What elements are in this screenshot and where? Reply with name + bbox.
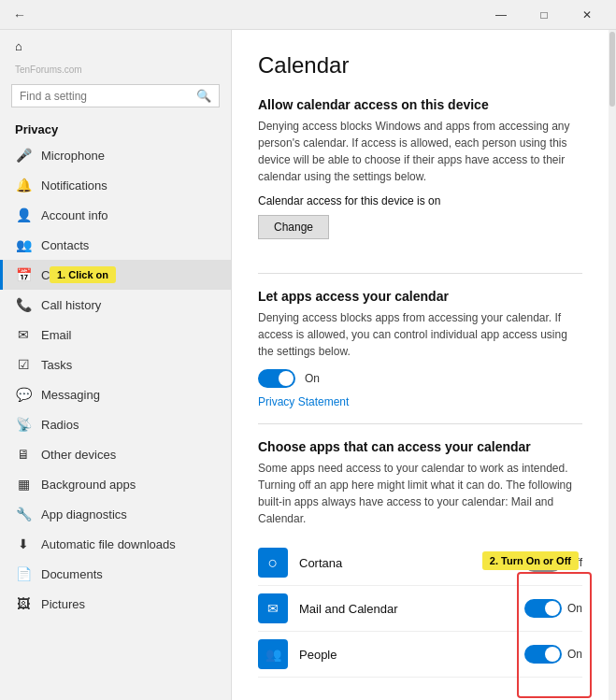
messaging-icon: 💬 [15,387,32,402]
sidebar-item-label: Radios [41,418,79,432]
change-button[interactable]: Change [258,215,329,239]
email-icon: ✉ [15,327,32,342]
scrollbar-thumb[interactable] [609,32,615,107]
sidebar-item-email[interactable]: ✉ Email [0,320,231,350]
people-toggle-knob [545,647,560,662]
app-name-mail-calendar: Mail and Calendar [299,602,524,616]
sidebar-item-label: Other devices [41,448,116,462]
sidebar-item-documents[interactable]: 📄 Documents [0,559,231,589]
people-icon: 👥 [258,639,288,669]
sidebar-item-contacts[interactable]: 👥 Contacts [0,230,231,260]
minimize-button[interactable]: — [480,0,523,30]
mail-toggle-knob [545,601,560,616]
account-info-icon: 👤 [15,207,32,222]
people-toggle-label: On [567,648,582,661]
section2-heading: Let apps access your calendar [258,289,582,304]
section2-toggle[interactable] [258,369,295,388]
cortana-toggle-wrap: Off [524,553,582,572]
other-devices-icon: 🖥 [15,447,32,462]
logo: TenForums.com [0,63,231,80]
sidebar-section-label: Privacy [0,115,231,140]
section1-status: Calendar access for this device is on [258,194,582,207]
sidebar-item-label: Notifications [41,179,107,193]
cortana-icon: ○ [258,548,288,578]
sidebar-item-label: Tasks [41,358,72,372]
sidebar-item-label: Messaging [41,388,100,402]
radios-icon: 📡 [15,417,32,432]
section1-heading: Allow calendar access on this device [258,97,582,112]
app-row-cortana: ○ Cortana Off [258,540,582,586]
section2-toggle-label: On [305,372,320,385]
mail-toggle-label: On [567,602,582,615]
app-name-cortana: Cortana [299,556,524,570]
section1-desc: Denying access blocks Windows and apps f… [258,118,582,185]
people-toggle-wrap: On [524,645,582,664]
sidebar-item-call-history[interactable]: 📞 Call history [0,290,231,320]
sidebar-item-tasks[interactable]: ☑ Tasks [0,350,231,379]
home-button[interactable]: ⌂ [0,30,231,63]
divider-1 [258,273,582,274]
sidebar-item-other-devices[interactable]: 🖥 Other devices [0,439,231,469]
cortana-toggle[interactable] [524,553,562,572]
calendar-icon: 📅 [15,267,32,282]
background-apps-icon: ▦ [15,477,32,492]
app-name-people: People [299,648,524,662]
sidebar-item-messaging[interactable]: 💬 Messaging [0,379,231,409]
notifications-icon: 🔔 [15,178,32,193]
app-container: ⌂ TenForums.com 🔍 Privacy 🎤 Microphone 🔔… [0,30,616,700]
back-button[interactable]: ← [7,6,32,24]
contacts-icon: 👥 [15,237,32,252]
sidebar-item-label: Microphone [41,149,105,163]
sidebar-item-label: Email [41,328,72,342]
search-input[interactable] [20,90,191,103]
sidebar-item-background-apps[interactable]: ▦ Background apps [0,469,231,499]
sidebar-item-pictures[interactable]: 🖼 Pictures [0,589,231,619]
sidebar-item-label: Automatic file downloads [41,537,176,551]
sidebar-item-label: App diagnostics [41,507,127,521]
sidebar-item-radios[interactable]: 📡 Radios [0,409,231,439]
content-area: Calendar Allow calendar access on this d… [232,30,609,700]
app-row-people: 👥 People On [258,632,582,678]
sidebar-item-label: Account info [41,208,108,222]
documents-icon: 📄 [15,566,32,581]
section2-desc: Denying access blocks apps from accessin… [258,309,582,360]
window-controls: — □ ✕ [480,0,609,30]
sidebar-item-notifications[interactable]: 🔔 Notifications [0,170,231,200]
people-toggle[interactable] [524,645,562,664]
sidebar-item-label: Contacts [41,238,89,252]
sidebar-item-calendar[interactable]: 📅 Calendar 1. Click on [0,260,231,290]
toggle-knob [279,371,294,386]
divider-2 [258,423,582,424]
mail-toggle[interactable] [524,599,562,618]
sidebar-item-app-diagnostics[interactable]: 🔧 App diagnostics [0,499,231,529]
mail-toggle-wrap: On [524,599,582,618]
pictures-icon: 🖼 [15,596,32,611]
sidebar-item-automatic-file-downloads[interactable]: ⬇ Automatic file downloads [0,529,231,559]
app-row-mail-calendar: ✉ Mail and Calendar On [258,586,582,632]
maximize-button[interactable]: □ [523,0,566,30]
section3-heading: Choose apps that can access your calenda… [258,439,582,454]
sidebar-item-microphone[interactable]: 🎤 Microphone [0,140,231,170]
home-icon: ⌂ [15,39,22,53]
automatic-downloads-icon: ⬇ [15,536,32,551]
sidebar-item-account-info[interactable]: 👤 Account info [0,200,231,230]
mail-icon: ✉ [258,593,288,623]
sidebar-item-label: Documents [41,567,103,581]
section3-desc: Some apps need access to your calendar t… [258,460,582,527]
sidebar-item-label: Call history [41,298,101,312]
page-title: Calendar [258,52,582,79]
sidebar-item-label: Pictures [41,597,85,611]
sidebar: ⌂ TenForums.com 🔍 Privacy 🎤 Microphone 🔔… [0,30,232,700]
section2-toggle-row: On [258,369,582,388]
scrollbar-track[interactable] [609,30,616,700]
cortana-toggle-label: Off [567,556,582,569]
privacy-link[interactable]: Privacy Statement [258,395,582,408]
annotation-1: 1. Click on [50,266,116,283]
cortana-toggle-knob [526,555,541,570]
call-history-icon: 📞 [15,297,32,312]
search-box[interactable]: 🔍 [11,84,220,107]
close-button[interactable]: ✕ [566,0,609,30]
sidebar-item-label: Background apps [41,478,136,492]
titlebar: ← — □ ✕ [0,0,616,30]
app-diagnostics-icon: 🔧 [15,507,32,521]
